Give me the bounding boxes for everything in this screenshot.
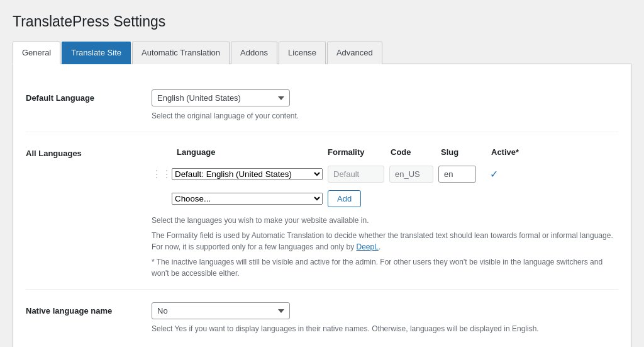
default-language-control: English (United States) French Spanish G…: [152, 89, 618, 122]
default-language-row: Default Language English (United States)…: [26, 79, 618, 132]
tab-addons[interactable]: Addons: [231, 42, 277, 64]
slug-input[interactable]: [438, 166, 476, 183]
tab-automatic-translation[interactable]: Automatic Translation: [132, 42, 230, 64]
settings-panel: Default Language English (United States)…: [13, 64, 631, 347]
lang-table-header: Language Formality Code Slug Active*: [177, 142, 618, 162]
drag-handle-icon[interactable]: ⋮⋮: [152, 168, 172, 180]
col-header-slug: Slug: [441, 147, 491, 157]
code-input: [389, 166, 433, 183]
col-header-language: Language: [177, 147, 328, 157]
col-header-formality: Formality: [328, 147, 391, 157]
tab-license[interactable]: License: [279, 42, 326, 64]
all-languages-row: All Languages Language Formality Code Sl…: [26, 132, 618, 290]
default-language-select[interactable]: English (United States) French Spanish G…: [152, 89, 290, 106]
default-language-hint: Select the original language of your con…: [152, 110, 618, 122]
native-language-row: Native language name No Yes Select Yes i…: [26, 292, 618, 344]
deepl-link[interactable]: DeepL: [357, 242, 379, 251]
native-language-hint: Select Yes if you want to display langua…: [152, 323, 618, 334]
all-languages-content: Language Formality Code Slug Active* ⋮⋮ …: [152, 142, 618, 279]
lang-hint-3: * The inactive languages will still be v…: [152, 256, 618, 279]
add-language-row: Choose... Add: [172, 190, 618, 207]
nav-tabs: General Translate Site Automatic Transla…: [13, 42, 631, 64]
tab-general[interactable]: General: [13, 42, 60, 64]
default-language-label: Default Language: [26, 89, 152, 103]
lang-row-content: Default: English (United States) ✓: [172, 166, 506, 183]
language-row: ⋮⋮ Default: English (United States) ✓: [152, 162, 618, 186]
tab-translate-site[interactable]: Translate Site: [62, 42, 131, 64]
language-select[interactable]: Default: English (United States): [172, 168, 323, 180]
native-language-control: No Yes Select Yes if you want to display…: [152, 302, 618, 334]
all-languages-label: All Languages: [26, 142, 152, 158]
tab-advanced[interactable]: Advanced: [327, 42, 382, 64]
native-language-label: Native language name: [26, 302, 152, 316]
active-checkmark-icon: ✓: [481, 168, 506, 180]
native-language-select[interactable]: No Yes: [152, 302, 290, 319]
lang-hint-2: The Formality field is used by Automatic…: [152, 230, 618, 253]
page-title: TranslatePress Settings: [13, 13, 631, 31]
choose-language-select[interactable]: Choose...: [172, 193, 323, 205]
formality-input: [328, 166, 384, 183]
col-header-active: Active*: [491, 147, 529, 157]
lang-hint-1: Select the languages you wish to make yo…: [152, 215, 618, 226]
col-header-code: Code: [391, 147, 441, 157]
add-language-button[interactable]: Add: [328, 190, 361, 207]
